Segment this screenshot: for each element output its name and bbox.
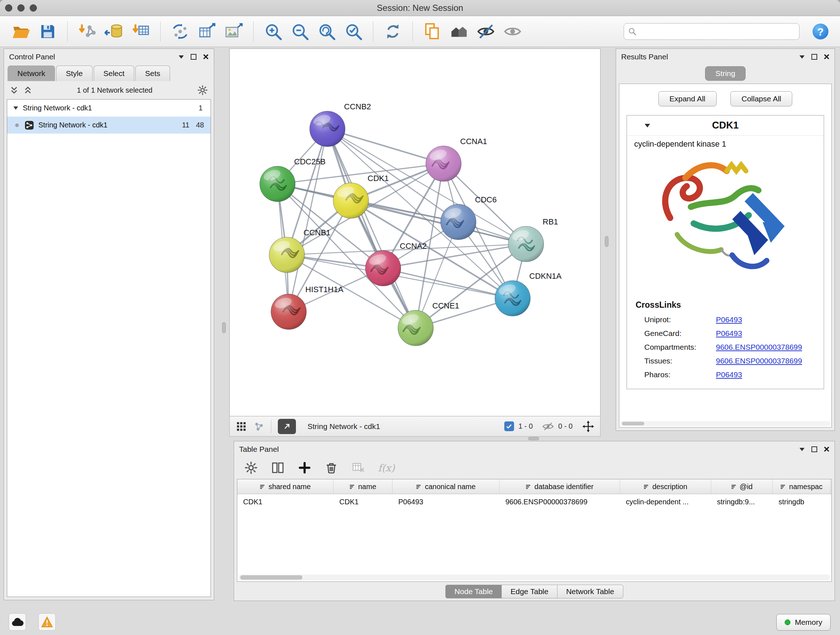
zoom-in-button[interactable] [262, 21, 284, 42]
tab-sets[interactable]: Sets [135, 65, 170, 81]
network-node-RB1[interactable] [508, 226, 544, 262]
pan-crosshair-icon[interactable] [582, 420, 594, 432]
birdseye-view-button[interactable] [278, 419, 296, 434]
disclosure-triangle-icon[interactable] [13, 106, 19, 110]
close-panel-icon[interactable]: × [824, 444, 829, 454]
gear-icon[interactable] [244, 461, 258, 475]
search-input[interactable] [640, 27, 795, 36]
column-header[interactable]: @id [711, 479, 773, 494]
column-sort-icon [644, 484, 649, 489]
close-panel-icon[interactable]: × [203, 52, 209, 62]
float-panel-icon[interactable] [191, 54, 196, 60]
show-all-button[interactable] [502, 21, 523, 42]
tab-network[interactable]: Network [8, 65, 55, 81]
refresh-view-button[interactable] [382, 21, 404, 42]
column-header[interactable]: shared name [237, 479, 333, 494]
collapse-group-icon[interactable] [644, 124, 651, 128]
network-node-CCNE1[interactable] [398, 310, 433, 346]
network-node-CDC6[interactable] [441, 204, 476, 240]
window-title: Session: New Session [0, 3, 840, 13]
table-horizontal-scrollbar[interactable] [238, 575, 830, 580]
zoom-out-button[interactable] [289, 21, 311, 42]
save-session-button[interactable] [37, 21, 58, 42]
node-label-CCNA2: CCNA2 [400, 241, 427, 250]
network-overview-icon[interactable] [254, 421, 264, 432]
network-node-CCNA2[interactable] [365, 250, 401, 286]
pharos-link[interactable]: P06493 [716, 371, 824, 379]
tab-node-table[interactable]: Node Table [445, 585, 502, 599]
tab-style[interactable]: Style [56, 65, 93, 81]
import-network-button[interactable] [76, 21, 98, 42]
tab-select[interactable]: Select [94, 65, 134, 81]
tab-string[interactable]: String [705, 66, 746, 81]
bottom-splitter-handle[interactable] [528, 437, 539, 440]
network-node-HIST1H1A[interactable] [271, 294, 306, 329]
export-table-button[interactable] [196, 21, 218, 42]
collapse-all-button[interactable]: Collapse All [730, 91, 793, 106]
network-node-CDKN1A[interactable] [495, 280, 531, 316]
selected-checkbox-icon[interactable] [504, 421, 514, 431]
tab-edge-table[interactable]: Edge Table [502, 585, 557, 599]
scrollbar-thumb[interactable] [240, 575, 302, 580]
network-edge[interactable] [351, 201, 526, 244]
column-header[interactable]: canonical name [393, 479, 500, 494]
network-edge[interactable] [289, 129, 327, 312]
float-panel-icon[interactable] [812, 447, 817, 452]
expand-all-icon[interactable] [24, 86, 32, 95]
import-table-button[interactable] [130, 21, 152, 42]
zoom-fit-button[interactable] [316, 21, 338, 42]
column-header[interactable]: database identifier [500, 479, 620, 494]
results-horizontal-scrollbar[interactable] [621, 421, 830, 426]
float-panel-icon[interactable] [812, 54, 817, 60]
network-row[interactable]: String Network - cdk1 11 48 [7, 117, 210, 134]
open-session-button[interactable] [10, 21, 32, 42]
add-column-icon[interactable] [298, 461, 311, 475]
panel-menu-icon[interactable] [799, 447, 805, 451]
export-image-button[interactable] [223, 21, 245, 42]
network-node-CDC25B[interactable] [260, 166, 295, 202]
tab-network-table[interactable]: Network Table [557, 585, 623, 599]
network-edge[interactable] [383, 268, 513, 298]
close-panel-icon[interactable]: × [824, 52, 829, 62]
uniprot-link[interactable]: P06493 [716, 315, 824, 324]
warnings-button[interactable] [38, 613, 56, 631]
network-collection-row[interactable]: String Network - cdk1 1 [7, 100, 210, 117]
export-network-button[interactable] [169, 21, 191, 42]
main-toolbar: ? [0, 16, 840, 47]
toolbar-separator [253, 21, 254, 42]
grid-view-icon[interactable] [235, 421, 247, 432]
import-database-button[interactable] [103, 21, 125, 42]
hidden-eye-icon[interactable] [542, 422, 554, 431]
table-row[interactable]: CDK1 CDK1 P06493 9606.ENSP00000378699 cy… [237, 494, 831, 509]
zoom-selected-button[interactable] [343, 21, 364, 42]
home-layout-button[interactable] [448, 21, 470, 42]
clone-network-button[interactable] [422, 21, 443, 42]
collapse-all-icon[interactable] [10, 86, 19, 95]
memory-button[interactable]: Memory [776, 614, 831, 631]
cloud-status-button[interactable] [9, 613, 26, 631]
hide-selected-button[interactable] [475, 21, 497, 42]
network-node-CDK1[interactable] [333, 183, 369, 218]
tissues-link[interactable]: 9606.ENSP00000378699 [716, 356, 824, 365]
genecard-link[interactable]: P06493 [716, 329, 824, 338]
delete-column-icon[interactable] [325, 461, 338, 475]
help-button[interactable]: ? [811, 22, 830, 41]
network-node-CCNB2[interactable] [309, 111, 345, 147]
expand-all-button[interactable]: Expand All [658, 91, 717, 106]
network-node-CCNB1[interactable] [269, 237, 305, 272]
network-node-CCNA1[interactable] [426, 146, 461, 181]
show-columns-icon[interactable] [271, 461, 285, 475]
network-edge[interactable] [327, 129, 444, 164]
right-splitter-handle[interactable] [605, 236, 608, 247]
column-header[interactable]: name [333, 479, 393, 494]
network-edge[interactable] [327, 129, 416, 328]
network-selection-status: 1 of 1 Network selected [37, 86, 192, 95]
gear-icon[interactable] [197, 85, 208, 96]
panel-menu-icon[interactable] [799, 55, 805, 59]
network-canvas[interactable]: CCNB2CCNA1CDC25BCDK1CDC6RB1CCNB1CCNA2CDK… [229, 49, 600, 416]
compartments-link[interactable]: 9606.ENSP00000378699 [716, 343, 824, 352]
left-splitter-handle[interactable] [222, 322, 226, 333]
column-header[interactable]: namespac [773, 479, 831, 494]
panel-menu-icon[interactable] [178, 55, 184, 59]
column-header[interactable]: description [620, 479, 711, 494]
